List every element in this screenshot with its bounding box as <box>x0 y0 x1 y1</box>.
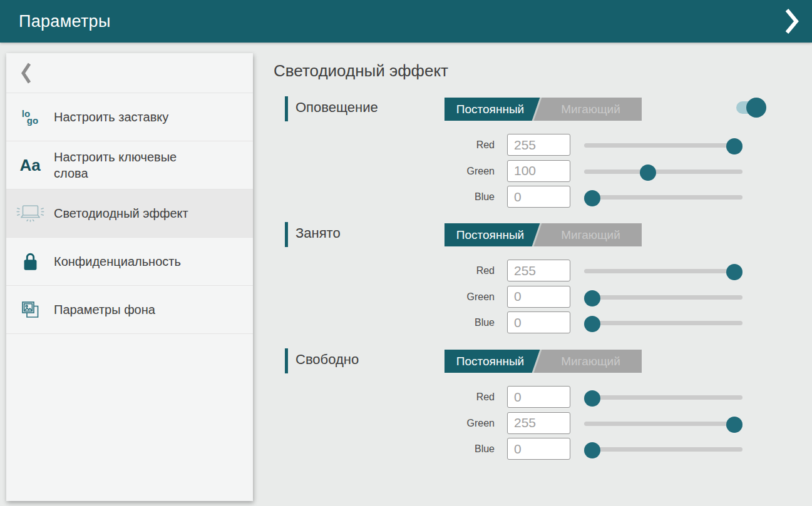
slider-thumb[interactable] <box>584 390 600 407</box>
slider-track <box>584 195 743 200</box>
section-title: Свободно <box>296 352 359 368</box>
alert-red-row: Red <box>285 134 786 156</box>
free-blue-row: Blue <box>285 438 786 460</box>
sidebar-item-label: Параметры фона <box>54 301 155 318</box>
settings-window: Параметры logo Настроить заставку Aa Нас… <box>0 0 812 506</box>
page-heading: Светодиодный эффект <box>274 61 448 81</box>
busy-green-slider[interactable] <box>584 286 743 308</box>
free-mode-option-solid[interactable]: Постоянный <box>445 350 536 373</box>
sidebar-item-privacy[interactable]: Конфиденциальность <box>6 238 253 286</box>
sidebar-item-background[interactable]: Параметры фона <box>6 286 253 334</box>
collapse-panel-button[interactable] <box>782 5 802 38</box>
alert-red-value-input[interactable] <box>507 134 570 156</box>
alert-green-row: Green <box>285 160 786 183</box>
section-title: Оповещение <box>296 99 378 116</box>
page-title: Параметры <box>19 12 111 31</box>
background-images-icon <box>20 300 41 320</box>
busy-blue-slider[interactable] <box>584 311 743 334</box>
slider-thumb[interactable] <box>584 316 600 332</box>
channel-label: Red <box>285 265 495 276</box>
slider-track <box>584 143 743 148</box>
sidebar-item-icon <box>6 203 54 224</box>
titlebar: Параметры <box>0 0 812 43</box>
channel-label: Blue <box>285 317 495 328</box>
slider-thumb[interactable] <box>726 417 743 433</box>
channel-label: Blue <box>285 191 495 203</box>
alert-red-slider[interactable] <box>584 134 743 156</box>
channel-label: Green <box>285 418 495 429</box>
alert-enable-toggle-switch[interactable] <box>736 97 766 118</box>
busy-red-row: Red <box>285 260 786 282</box>
section-accent-bar <box>285 348 288 373</box>
keywords-aa-icon: Aa <box>19 157 40 173</box>
free-green-value-input[interactable] <box>507 412 570 434</box>
alert-blue-value-input[interactable] <box>507 186 570 208</box>
privacy-lock-icon <box>22 252 39 271</box>
sidebar-back-button[interactable] <box>6 53 253 93</box>
busy-blue-row: Blue <box>285 311 786 334</box>
chevron-left-icon <box>20 62 32 84</box>
mode-segmented-control: Постоянный Мигающий <box>445 350 642 373</box>
slider-track <box>584 447 743 452</box>
mode-segmented-control: Постоянный Мигающий <box>445 223 642 246</box>
slider-track <box>584 269 743 273</box>
alert-blue-row: Blue <box>285 186 786 208</box>
free-mode-option-blinking[interactable]: Мигающий <box>542 350 639 373</box>
sidebar-item-icon: logo <box>6 110 54 124</box>
slider-track <box>584 321 743 325</box>
alert-green-value-input[interactable] <box>507 160 570 182</box>
busy-red-slider[interactable] <box>584 260 743 282</box>
sidebar-item-icon <box>6 252 54 271</box>
section-accent-bar <box>285 96 288 121</box>
sidebar-item-label: Конфиденциальность <box>54 253 181 270</box>
sidebar: logo Настроить заставку Aa Настроить клю… <box>6 53 253 501</box>
switch-thumb <box>746 98 766 118</box>
slider-thumb[interactable] <box>726 264 743 280</box>
free-red-value-input[interactable] <box>507 386 570 408</box>
busy-red-value-input[interactable] <box>507 260 570 281</box>
chevron-right-icon <box>784 8 799 35</box>
alert-mode-option-solid[interactable]: Постоянный <box>445 98 536 121</box>
sidebar-item-icon <box>6 300 54 320</box>
channel-label: Green <box>285 291 495 303</box>
busy-green-value-input[interactable] <box>507 286 570 308</box>
channel-label: Blue <box>285 443 495 455</box>
section-busy: Занято Постоянный Мигающий Red Green Blu… <box>285 221 786 343</box>
busy-mode-option-blinking[interactable]: Мигающий <box>542 223 639 246</box>
sidebar-item-keywords[interactable]: Aa Настроить ключевые слова <box>6 141 253 190</box>
slider-track <box>584 395 743 400</box>
channel-label: Red <box>285 392 495 403</box>
channel-label: Red <box>285 139 495 151</box>
sidebar-item-label: Настроить заставку <box>54 109 168 125</box>
sidebar-item-label: Настроить ключевые слова <box>54 149 212 181</box>
mode-segmented-control: Постоянный Мигающий <box>445 98 642 121</box>
slider-track <box>584 422 743 426</box>
slider-thumb[interactable] <box>726 138 743 154</box>
section-accent-bar <box>285 222 288 247</box>
sidebar-item-screensaver[interactable]: logo Настроить заставку <box>6 93 253 141</box>
section-free: Свободно Постоянный Мигающий Red Green B… <box>285 347 786 469</box>
busy-blue-value-input[interactable] <box>507 311 570 333</box>
busy-mode-option-solid[interactable]: Постоянный <box>445 223 536 246</box>
slider-thumb[interactable] <box>584 190 600 206</box>
slider-track <box>584 295 743 300</box>
logo-icon: logo <box>22 110 38 124</box>
section-title: Занято <box>296 225 341 241</box>
slider-thumb[interactable] <box>640 164 656 181</box>
led-display-icon <box>16 203 45 224</box>
alert-green-slider[interactable] <box>584 160 743 183</box>
free-red-slider[interactable] <box>584 386 743 408</box>
free-blue-value-input[interactable] <box>507 438 570 460</box>
free-blue-slider[interactable] <box>584 438 743 460</box>
sidebar-menu: logo Настроить заставку Aa Настроить клю… <box>6 93 253 334</box>
busy-green-row: Green <box>285 286 786 308</box>
free-green-slider[interactable] <box>584 412 743 435</box>
slider-thumb[interactable] <box>584 442 600 458</box>
channel-label: Green <box>285 166 495 177</box>
slider-thumb[interactable] <box>584 290 600 306</box>
free-red-row: Red <box>285 386 786 408</box>
alert-blue-slider[interactable] <box>584 186 743 208</box>
sidebar-item-icon: Aa <box>6 157 54 173</box>
alert-mode-option-blinking[interactable]: Мигающий <box>542 98 639 121</box>
sidebar-item-led-effect[interactable]: Светодиодный эффект <box>6 190 253 238</box>
